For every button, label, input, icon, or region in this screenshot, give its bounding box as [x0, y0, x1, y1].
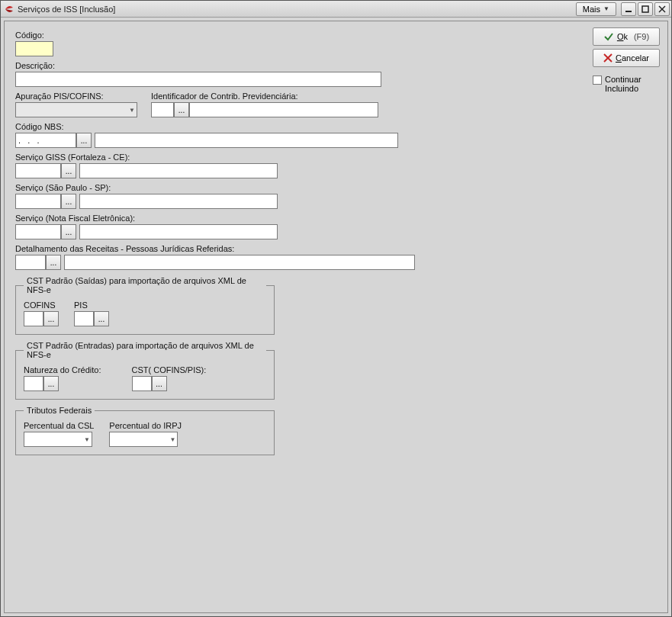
chevron-down-icon: ▼	[84, 436, 90, 443]
cofins-label: COFINS	[24, 300, 59, 310]
ellipsis-icon: ...	[48, 380, 54, 388]
servico-sp-desc-input[interactable]	[79, 194, 278, 209]
servico-nfe-code-input[interactable]	[15, 224, 61, 239]
pis-input[interactable]	[74, 311, 94, 326]
ellipsis-icon: ...	[81, 137, 87, 145]
continuar-incluindo-label: Continuar Incluindo	[605, 75, 641, 93]
cst-cofins-pis-label: CST( COFINS/PIS):	[132, 365, 207, 374]
percentual-irpj-label: Percentual do IRPJ	[109, 421, 182, 430]
cst-cofins-pis-input[interactable]	[132, 376, 152, 391]
codigo-nbs-desc-input[interactable]	[95, 133, 398, 148]
descricao-label: Descrição:	[15, 61, 442, 70]
detalhamento-lookup-button[interactable]: ...	[46, 255, 61, 270]
minimize-button[interactable]	[621, 2, 636, 16]
apuracao-label: Apuração PIS/COFINS:	[15, 92, 137, 101]
tributos-federais-legend: Tributos Federais	[24, 406, 95, 415]
codigo-nbs-input[interactable]	[15, 133, 76, 148]
cst-entradas-legend: CST Padrão (Entradas) para importação de…	[24, 341, 266, 359]
ellipsis-icon: ...	[66, 228, 72, 236]
servico-sp-label: Serviço (São Paulo - SP):	[15, 183, 442, 192]
ellipsis-icon: ...	[50, 259, 56, 267]
detalhamento-code-input[interactable]	[15, 255, 46, 270]
ellipsis-icon: ...	[66, 167, 72, 175]
percentual-csl-label: Percentual da CSL	[24, 421, 94, 430]
servico-nfe-lookup-button[interactable]: ...	[61, 224, 76, 239]
maximize-icon	[641, 5, 649, 13]
ellipsis-icon: ...	[156, 380, 162, 388]
cancel-button[interactable]: Cancelar	[593, 49, 660, 67]
servico-giss-label: Serviço GISS (Fortaleza - CE):	[15, 153, 442, 162]
natureza-credito-input[interactable]	[24, 376, 43, 391]
servico-sp-lookup-button[interactable]: ...	[61, 194, 76, 209]
descricao-input[interactable]	[15, 72, 381, 87]
ellipsis-icon: ...	[98, 315, 104, 323]
ellipsis-icon: ...	[48, 315, 54, 323]
close-button[interactable]	[654, 2, 670, 16]
id-contrib-prev-desc-input[interactable]	[189, 102, 378, 117]
svg-rect-0	[625, 11, 632, 12]
detalhamento-label: Detalhamento das Receitas - Pessoas Jurí…	[15, 244, 442, 253]
codigo-nbs-label: Código NBS:	[15, 122, 442, 131]
natureza-credito-lookup-button[interactable]: ...	[43, 376, 59, 391]
servico-giss-desc-input[interactable]	[79, 163, 278, 178]
apuracao-select[interactable]: ▼	[15, 102, 137, 117]
percentual-irpj-select[interactable]: ▼	[109, 432, 178, 447]
id-contrib-prev-code-input[interactable]	[151, 102, 174, 117]
ok-rest: k	[623, 32, 628, 41]
cancel-icon	[603, 53, 613, 63]
ok-hint: (F9)	[634, 32, 649, 41]
ok-button[interactable]: Ok (F9)	[593, 27, 660, 46]
cancel-underlined: C	[616, 53, 622, 63]
servico-giss-lookup-button[interactable]: ...	[61, 163, 76, 178]
servico-sp-code-input[interactable]	[15, 194, 61, 209]
ellipsis-icon: ...	[66, 198, 72, 206]
codigo-input[interactable]	[15, 41, 53, 56]
percentual-csl-select[interactable]: ▼	[24, 432, 92, 447]
cofins-input[interactable]	[24, 311, 43, 326]
natureza-credito-label: Natureza do Crédito:	[24, 365, 101, 374]
cst-cofins-pis-lookup-button[interactable]: ...	[152, 376, 167, 391]
id-contrib-prev-lookup-button[interactable]: ...	[174, 102, 189, 117]
id-contrib-prev-label: Identificador de Contrib. Previdenciária…	[151, 92, 442, 101]
continuar-incluindo-checkbox[interactable]	[593, 76, 602, 85]
minimize-icon	[625, 5, 632, 13]
chevron-down-icon: ▼	[169, 436, 175, 443]
mais-label: Mais	[583, 5, 600, 14]
cancel-rest: ancelar	[622, 53, 649, 63]
cst-saidas-legend: CST Padrão (Saídas) para importação de a…	[24, 276, 266, 294]
pis-lookup-button[interactable]: ...	[94, 311, 109, 326]
servico-giss-code-input[interactable]	[15, 163, 61, 178]
chevron-down-icon: ▼	[129, 107, 135, 114]
servico-nfe-desc-input[interactable]	[79, 224, 278, 239]
check-icon	[603, 31, 614, 42]
codigo-label: Código:	[15, 31, 442, 40]
cofins-lookup-button[interactable]: ...	[43, 311, 59, 326]
detalhamento-desc-input[interactable]	[64, 255, 415, 270]
pis-label: PIS	[74, 300, 109, 310]
servico-nfe-label: Serviço (Nota Fiscal Eletrônica):	[15, 214, 442, 223]
maximize-button[interactable]	[638, 2, 653, 16]
svg-rect-1	[642, 6, 648, 12]
app-logo-icon	[4, 4, 14, 14]
chevron-down-icon: ▼	[603, 5, 609, 12]
codigo-nbs-lookup-button[interactable]: ...	[76, 133, 92, 148]
mais-button[interactable]: Mais ▼	[576, 2, 616, 16]
ellipsis-icon: ...	[178, 106, 185, 114]
close-icon	[658, 5, 666, 13]
window-title: Serviços de ISS [Inclusão]	[18, 5, 115, 14]
